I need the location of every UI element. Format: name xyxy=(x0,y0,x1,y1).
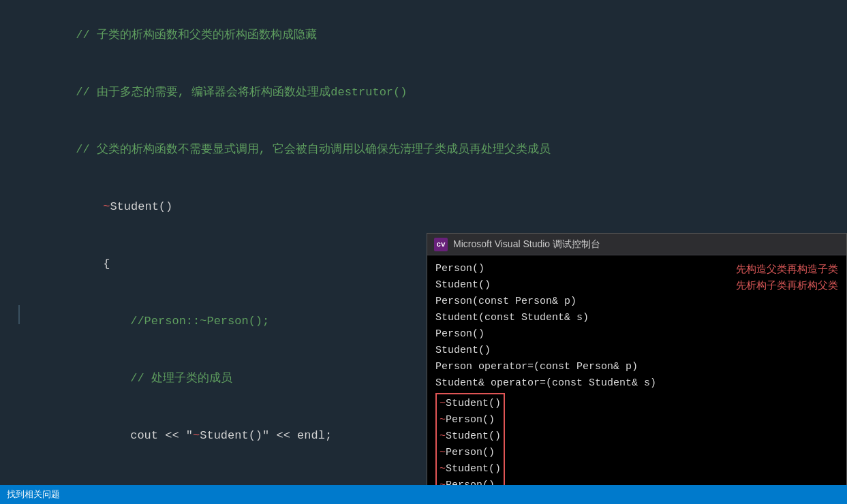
red-box: ~Student() ~Person() ~Student() ~Person(… xyxy=(435,393,505,497)
comment-text: // 处理子类的成员 xyxy=(130,372,232,385)
console-line-destructor: ~Student() xyxy=(440,396,501,412)
code-content: // 子类的析构函数和父类的析构函数构成隐藏 xyxy=(20,7,840,64)
console-title: Microsoft Visual Studio 调试控制台 xyxy=(453,238,600,251)
console-line: Student& operator=(const Student& s) xyxy=(435,375,838,392)
console-body: Person() Student() Person(const Person& … xyxy=(427,255,846,503)
console-popup: cv Microsoft Visual Studio 调试控制台 Person(… xyxy=(427,233,847,504)
destructor-name: Student() xyxy=(110,200,172,213)
tilde: ~ xyxy=(193,429,200,442)
code-content: ~Student() xyxy=(20,178,840,236)
console-line: Student(const Student& s) xyxy=(435,310,838,326)
console-line-destructor: ~Student() xyxy=(440,461,501,477)
cout-content: Student()" << endl; xyxy=(200,429,332,442)
annotation-line2: 先析构子类再析构父类 xyxy=(736,277,838,294)
annotation-block: 先构造父类再构造子类 先析构子类再析构父类 xyxy=(736,261,838,294)
comment-text: //Person::~Person(); xyxy=(130,315,269,328)
cout-stmt: cout << " xyxy=(130,429,193,442)
comment-text: // 由于多态的需要, 编译器会将析构函数处理成destrutor() xyxy=(76,86,407,99)
annotation-line1: 先构造父类再构造子类 xyxy=(736,261,838,277)
comment-text: // 子类的析构函数和父类的析构函数构成隐藏 xyxy=(76,29,317,42)
code-content: // 父类的析构函数不需要显式调用, 它会被自动调用以确保先清理子类成员再处理父… xyxy=(20,121,840,178)
console-titlebar[interactable]: cv Microsoft Visual Studio 调试控制台 xyxy=(427,234,846,255)
comment-text: // 父类的析构函数不需要显式调用, 它会被自动调用以确保先清理子类成员再处理父… xyxy=(76,143,551,156)
status-text: 找到相关问题 xyxy=(7,488,60,501)
code-line: // 父类的析构函数不需要显式调用, 它会被自动调用以确保先清理子类成员再处理父… xyxy=(0,121,847,178)
console-line-destructor: ~Person() xyxy=(440,412,501,428)
tilde: ~ xyxy=(103,200,110,213)
destructor-block: ~Student() ~Person() ~Student() ~Person(… xyxy=(435,392,838,497)
code-line: ~Student() xyxy=(0,178,847,236)
brace: { xyxy=(103,257,110,270)
vs-icon: cv xyxy=(434,238,448,251)
console-line-destructor: ~Student() xyxy=(440,428,501,445)
console-line-destructor: ~Person() xyxy=(440,445,501,461)
code-line: // 子类的析构函数和父类的析构函数构成隐藏 xyxy=(0,7,847,64)
console-line: Person() xyxy=(435,326,838,343)
status-bar: 找到相关问题 xyxy=(0,485,847,504)
console-line: Person(const Person& p) xyxy=(435,294,838,310)
code-line: // 由于多态的需要, 编译器会将析构函数处理成destrutor() xyxy=(0,64,847,121)
console-line: Person operator=(const Person& p) xyxy=(435,359,838,375)
code-content: // 由于多态的需要, 编译器会将析构函数处理成destrutor() xyxy=(20,64,840,121)
console-line: Student() xyxy=(435,343,838,359)
